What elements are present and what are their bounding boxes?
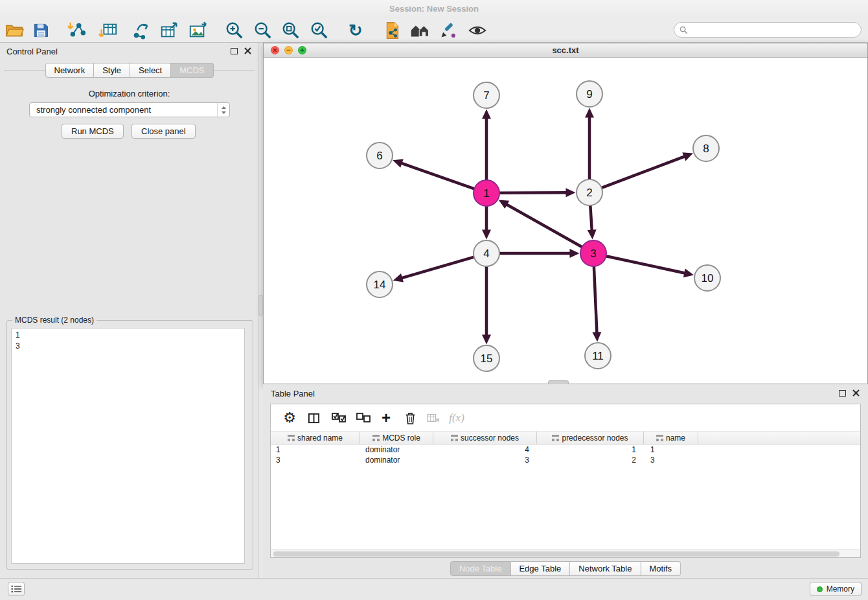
node-label: 9 [586, 88, 592, 100]
delete-table-icon [424, 409, 443, 427]
node-label: 11 [592, 350, 604, 362]
mcds-result-list[interactable]: 1 3 [11, 328, 245, 564]
export-table-icon[interactable] [158, 19, 180, 41]
network-window-titlebar[interactable]: scc.txt [264, 43, 867, 58]
style-page-icon[interactable] [381, 19, 403, 41]
export-network-icon[interactable] [130, 19, 152, 41]
cell-shared-name[interactable]: 3 [271, 455, 360, 465]
zoom-out-icon[interactable] [252, 19, 274, 41]
tab-style[interactable]: Style [94, 63, 130, 78]
column-edit-icon [288, 435, 295, 441]
run-mcds-button[interactable]: Run MCDS [62, 124, 124, 139]
node-label: 4 [483, 248, 489, 260]
open-folder-icon[interactable] [3, 19, 25, 41]
edge-1-6[interactable] [401, 163, 475, 189]
zoom-selected-icon[interactable] [308, 19, 330, 41]
result-line: 1 [16, 330, 240, 341]
cell-predecessor-nodes[interactable]: 1 [537, 444, 644, 455]
zoom-in-icon[interactable] [223, 19, 246, 41]
show-hide-eye-icon[interactable] [466, 19, 488, 41]
network-window-title: scc.txt [552, 45, 578, 55]
table-row: 1 dominator 4 1 1 [271, 444, 860, 455]
scrollbar-thumb[interactable] [273, 551, 839, 557]
table-horizontal-scrollbar[interactable] [271, 549, 860, 557]
column-edit-icon [372, 435, 380, 441]
table-toolbar: ⚙ + [271, 404, 860, 432]
float-panel-icon[interactable] [231, 48, 238, 54]
close-panel-icon[interactable] [244, 47, 252, 55]
edge-3-10[interactable] [606, 256, 686, 273]
refresh-layout-icon[interactable]: ↻ [345, 19, 367, 41]
node-label: 2 [586, 187, 592, 199]
show-columns-icon[interactable] [304, 409, 323, 427]
tab-edge-table[interactable]: Edge Table [510, 561, 570, 576]
memory-status-icon [817, 586, 823, 592]
memory-label: Memory [827, 584, 854, 594]
arrowhead-icon [393, 159, 403, 168]
column-header-mcds-role[interactable]: MCDS role [360, 432, 433, 444]
select-all-columns-icon[interactable] [329, 409, 348, 427]
window-titlebar: Session: New Session [0, 0, 868, 18]
cell-mcds-role[interactable]: dominator [360, 455, 433, 465]
cell-name[interactable]: 1 [644, 444, 698, 455]
save-icon[interactable] [30, 19, 52, 41]
column-edit-icon [552, 435, 559, 441]
cell-mcds-role[interactable]: dominator [360, 444, 433, 455]
criterion-dropdown[interactable]: strongly connected component [29, 102, 230, 117]
cell-name[interactable]: 3 [644, 455, 698, 465]
add-column-icon[interactable]: + [376, 409, 396, 427]
edge-3-11[interactable] [594, 266, 597, 334]
close-window-icon[interactable] [271, 46, 279, 54]
maximize-window-icon[interactable] [298, 46, 306, 54]
export-image-icon[interactable] [187, 19, 209, 41]
zoom-fit-icon[interactable] [280, 19, 302, 41]
tab-network-table[interactable]: Network Table [570, 561, 641, 576]
table-panel-title: Table Panel [271, 389, 315, 398]
tab-mcds[interactable]: MCDS [171, 63, 213, 78]
status-bar: Memory [0, 578, 868, 600]
column-header-name[interactable]: name [644, 432, 698, 444]
delete-column-icon[interactable] [400, 409, 420, 427]
network-canvas[interactable]: 7968124310141511 [264, 58, 867, 384]
style-brush-icon[interactable] [437, 19, 459, 41]
deselect-all-columns-icon[interactable] [354, 409, 373, 427]
control-panel-tabs: Network Style Select MCDS [45, 63, 213, 78]
column-edit-icon [656, 435, 663, 441]
mcds-result-title: MCDS result (2 nodes) [12, 316, 97, 325]
node-label: 15 [481, 352, 493, 365]
search-input[interactable] [688, 25, 856, 34]
tab-select[interactable]: Select [130, 63, 171, 78]
cell-predecessor-nodes[interactable]: 2 [537, 455, 644, 465]
criterion-value: strongly connected component [36, 105, 151, 115]
splitter-grip-vertical[interactable] [258, 295, 263, 316]
first-neighbors-icon[interactable] [409, 19, 431, 41]
search-icon [680, 26, 688, 34]
gear-icon[interactable]: ⚙ [280, 409, 299, 427]
cell-shared-name[interactable]: 1 [271, 444, 360, 455]
edge-2-3[interactable] [590, 205, 592, 231]
close-panel-button[interactable]: Close panel [131, 124, 196, 139]
memory-button[interactable]: Memory [810, 582, 862, 596]
import-network-icon[interactable] [65, 19, 87, 41]
minimize-window-icon[interactable] [284, 46, 293, 54]
edge-4-14[interactable] [401, 257, 474, 279]
column-header-successor-nodes[interactable]: successor nodes [433, 432, 537, 444]
tab-node-table[interactable]: Node Table [450, 561, 511, 576]
column-header-shared-name[interactable]: shared name [271, 432, 360, 444]
node-label: 8 [703, 143, 709, 155]
close-table-panel-icon[interactable] [852, 389, 860, 397]
edge-1-2[interactable] [499, 192, 567, 193]
tab-network[interactable]: Network [45, 63, 94, 78]
search-field[interactable] [674, 22, 862, 38]
import-table-icon[interactable] [97, 19, 119, 41]
column-header-predecessor-nodes[interactable]: predecessor nodes [537, 432, 644, 444]
float-table-panel-icon[interactable] [839, 390, 846, 397]
edge-3-1[interactable] [506, 204, 582, 247]
tab-motifs[interactable]: Motifs [641, 561, 681, 576]
cell-successor-nodes[interactable]: 4 [433, 444, 537, 455]
column-edit-icon [451, 435, 458, 441]
edge-2-8[interactable] [602, 156, 685, 188]
node-label: 7 [483, 89, 489, 102]
cell-successor-nodes[interactable]: 3 [433, 455, 537, 465]
task-history-button[interactable] [8, 582, 25, 596]
